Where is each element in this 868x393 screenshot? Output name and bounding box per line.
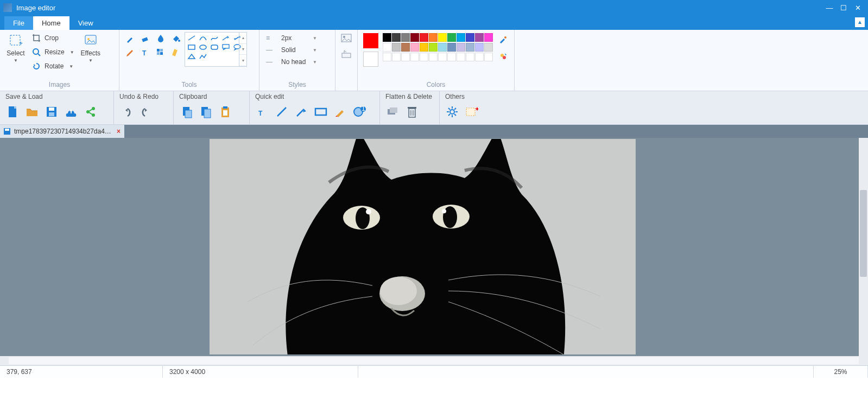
quick-highlight-icon[interactable] — [333, 105, 347, 119]
color-swatch[interactable] — [401, 33, 410, 42]
pencil-icon[interactable] — [125, 47, 136, 58]
shapes-scroll[interactable]: ▴▾▾ — [239, 33, 246, 66]
ellipse-icon[interactable] — [198, 43, 208, 51]
tab-close-button[interactable]: × — [115, 128, 122, 135]
upload-icon[interactable] — [64, 105, 78, 119]
rectangle-icon[interactable] — [187, 43, 197, 51]
color-swatch[interactable] — [410, 43, 419, 52]
close-button[interactable]: ✕ — [851, 2, 865, 13]
color-swatch[interactable] — [475, 33, 484, 42]
crop-button[interactable]: Crop — [29, 32, 77, 44]
color-swatch[interactable] — [438, 33, 447, 42]
quick-line-icon[interactable] — [275, 105, 289, 119]
color-swatch[interactable] — [410, 33, 419, 42]
maximize-button[interactable]: ☐ — [837, 2, 851, 13]
settings-icon[interactable] — [445, 105, 459, 119]
eraser-icon[interactable] — [140, 33, 151, 44]
paste-icon[interactable] — [218, 105, 232, 119]
flatten-icon[interactable] — [385, 105, 400, 119]
line-width-selector[interactable]: ≡ 2px ▼ — [264, 34, 319, 42]
quick-rect-icon[interactable] — [314, 105, 328, 119]
effects-button[interactable]: Effects ▼ — [79, 32, 103, 64]
insert-step-icon[interactable] — [341, 48, 352, 59]
delete-icon[interactable] — [405, 105, 419, 119]
pixelate-icon[interactable] — [155, 47, 166, 58]
arrow-head-selector[interactable]: — No head ▼ — [264, 58, 319, 66]
color-picker-icon[interactable] — [497, 34, 508, 45]
color-swatch[interactable] — [429, 53, 438, 61]
color-swatch[interactable] — [466, 53, 474, 61]
fill-icon[interactable] — [170, 33, 181, 44]
color-swatch[interactable] — [457, 43, 465, 52]
color-swatch[interactable] — [392, 53, 401, 61]
insert-image-icon[interactable] — [341, 33, 352, 44]
blur-icon[interactable] — [155, 33, 166, 44]
color-swatch[interactable] — [429, 33, 438, 42]
line-icon[interactable] — [187, 34, 197, 42]
color-swatch[interactable] — [410, 53, 419, 61]
minimize-button[interactable]: — — [822, 2, 837, 13]
color-swatch[interactable] — [401, 43, 410, 52]
secondary-color-swatch[interactable] — [363, 52, 378, 67]
color-swatch[interactable] — [438, 43, 447, 52]
save-icon[interactable] — [45, 105, 59, 119]
color-swatch[interactable] — [457, 33, 465, 42]
color-swatch[interactable] — [475, 53, 484, 61]
canvas-viewport[interactable] — [9, 139, 836, 354]
polyline-icon[interactable] — [198, 53, 208, 60]
speech-rect-icon[interactable] — [221, 43, 231, 51]
color-swatch[interactable] — [466, 33, 474, 42]
marker-icon[interactable] — [170, 47, 181, 58]
color-swatch[interactable] — [429, 43, 438, 52]
rotate-button[interactable]: Rotate ▼ — [29, 60, 77, 72]
quick-text-icon[interactable]: T — [255, 105, 269, 119]
ribbon-collapse-button[interactable]: ▲ — [855, 17, 865, 27]
tab-file[interactable]: File — [4, 16, 33, 30]
text-icon[interactable]: T — [140, 47, 151, 58]
color-swatch[interactable] — [457, 53, 465, 61]
line-style-selector[interactable]: — Solid ▼ — [264, 46, 319, 54]
color-wheel-icon[interactable] — [497, 50, 508, 61]
horizontal-scrollbar[interactable] — [0, 356, 868, 365]
color-swatch[interactable] — [438, 53, 447, 61]
rounded-rect-icon[interactable] — [210, 43, 219, 51]
color-swatch[interactable] — [484, 53, 493, 61]
shapes-gallery[interactable]: ▴▾▾ — [185, 32, 247, 67]
color-swatch[interactable] — [383, 43, 391, 52]
color-swatch[interactable] — [447, 43, 456, 52]
color-swatch[interactable] — [401, 53, 410, 61]
color-swatch[interactable] — [466, 43, 474, 52]
share-icon[interactable] — [84, 105, 98, 119]
cut-icon[interactable] — [179, 105, 193, 119]
color-swatch[interactable] — [392, 33, 401, 42]
vertical-scrollbar[interactable] — [859, 138, 868, 356]
color-swatch[interactable] — [420, 43, 428, 52]
color-swatch[interactable] — [447, 33, 456, 42]
tab-view[interactable]: View — [69, 16, 102, 30]
color-swatch[interactable] — [420, 33, 428, 42]
brush-icon[interactable] — [125, 33, 136, 44]
resize-button[interactable]: Resize ▼ — [29, 46, 77, 58]
arrow-icon[interactable] — [221, 34, 231, 42]
color-swatch[interactable] — [447, 53, 456, 61]
quick-arrow-icon[interactable] — [294, 105, 308, 119]
open-folder-icon[interactable] — [25, 105, 39, 119]
triangle-icon[interactable] — [187, 53, 197, 60]
redo-icon[interactable] — [139, 105, 153, 119]
undo-icon[interactable] — [119, 105, 134, 119]
color-swatch[interactable] — [475, 43, 484, 52]
select-button[interactable]: + Select ▼ — [4, 32, 27, 64]
color-swatch[interactable] — [383, 53, 391, 61]
curve-icon[interactable] — [198, 34, 208, 42]
primary-color-swatch[interactable] — [363, 33, 378, 48]
color-swatch[interactable] — [383, 33, 391, 42]
copy-icon[interactable] — [199, 105, 213, 119]
color-swatch[interactable] — [420, 53, 428, 61]
new-file-icon[interactable] — [5, 105, 20, 119]
color-swatch[interactable] — [484, 33, 493, 42]
document-tab[interactable]: tmpe178397230714934b27da465c... × — [0, 125, 124, 138]
effects-panel-icon[interactable]: ✦ — [465, 105, 479, 119]
color-swatch[interactable] — [392, 43, 401, 52]
image-canvas[interactable] — [210, 139, 636, 354]
quick-counter-icon[interactable]: 1 — [353, 105, 367, 119]
